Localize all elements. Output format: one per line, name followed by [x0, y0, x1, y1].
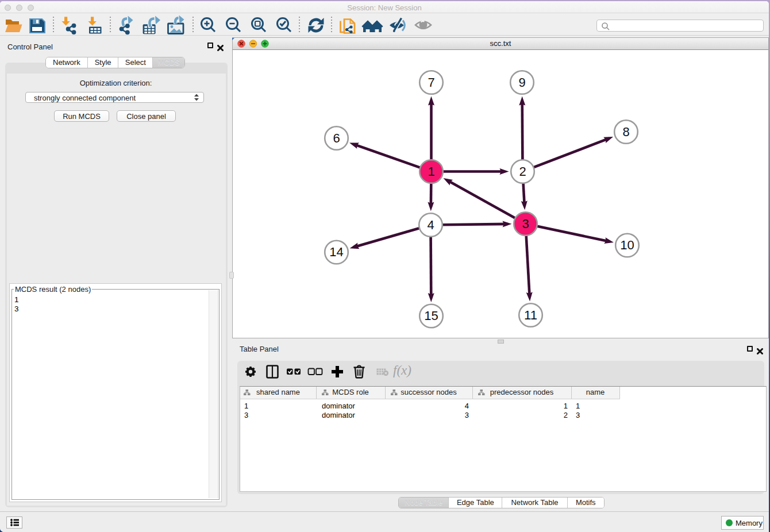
svg-text:10: 10: [620, 238, 634, 252]
svg-text:9: 9: [518, 75, 525, 90]
svg-text:6: 6: [333, 131, 340, 145]
svg-text:2: 2: [519, 164, 526, 179]
svg-text:1: 1: [428, 164, 434, 179]
svg-text:15: 15: [424, 309, 438, 323]
svg-text:14: 14: [329, 245, 343, 259]
svg-text:3: 3: [522, 217, 529, 231]
svg-text:8: 8: [622, 125, 629, 139]
svg-text:11: 11: [524, 308, 537, 322]
svg-text:4: 4: [427, 218, 434, 232]
svg-text:7: 7: [428, 75, 434, 90]
